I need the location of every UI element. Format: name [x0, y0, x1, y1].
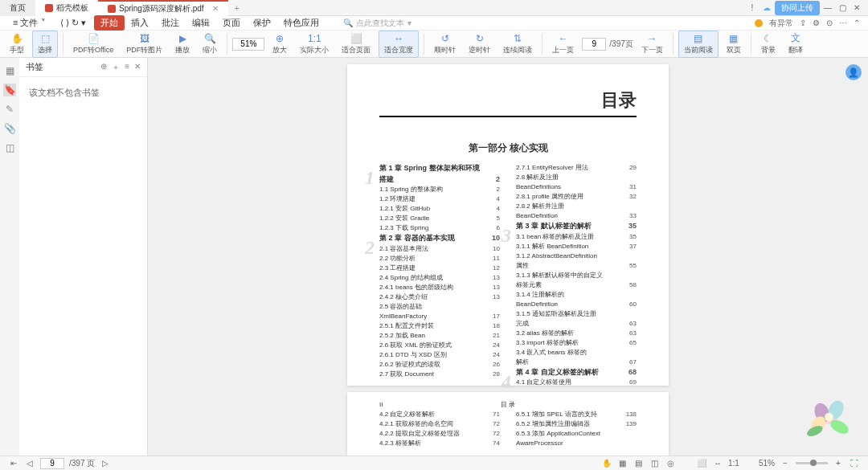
- toc-line: 2.4.1 beans 包的层级结构13: [379, 283, 500, 292]
- toc-text: 2.4.1 beans 包的层级结构: [379, 283, 493, 292]
- menu-file-dropdown[interactable]: ≡ 文件 ˅: [6, 15, 52, 31]
- search-box[interactable]: 🔍 点此查找文本 ▾: [343, 18, 411, 29]
- sb-fit2-icon[interactable]: ↔: [712, 458, 723, 469]
- sb-view2-icon[interactable]: ▤: [633, 458, 645, 469]
- toc-text: 3.4 嵌入式 beans 标签的: [516, 348, 637, 358]
- page-input[interactable]: [582, 38, 606, 51]
- menu-item-6[interactable]: 特色应用: [277, 15, 326, 31]
- hand-tool[interactable]: ✋手型: [5, 31, 29, 57]
- bm-expand-icon[interactable]: ⊕: [100, 62, 107, 73]
- maximize-button[interactable]: ▢: [836, 2, 849, 14]
- fit-width-tool[interactable]: ↔适合宽度: [379, 31, 419, 58]
- sb-nav-first-icon[interactable]: ⇤: [8, 458, 19, 469]
- sb-page-input[interactable]: [40, 458, 64, 469]
- share-icon[interactable]: ⇪: [800, 18, 806, 27]
- tab-template[interactable]: 稻壳模板: [35, 0, 98, 16]
- double-page-tool[interactable]: ▦双页: [722, 31, 746, 57]
- pdf-icon: [108, 5, 116, 13]
- toc-text: 第 1 章 Spring 整体架构和环境: [379, 163, 500, 174]
- prev-page-tool[interactable]: ←上一页: [547, 31, 579, 57]
- cloud-icon[interactable]: ☁: [760, 2, 773, 14]
- attachment-icon[interactable]: 📎: [3, 122, 16, 135]
- zoom-input[interactable]: [232, 38, 264, 51]
- background-tool[interactable]: ☾背景: [756, 31, 780, 57]
- sb-nav-prev-icon[interactable]: ◁: [24, 458, 35, 469]
- sb-nav-next-icon[interactable]: ▷: [100, 458, 111, 469]
- close-icon[interactable]: ✕: [212, 4, 219, 13]
- sb-target-icon[interactable]: ◎: [665, 458, 677, 469]
- sb-hand-icon[interactable]: ✋: [601, 458, 612, 469]
- reading-mode-tool[interactable]: ▤当前阅读: [678, 31, 719, 58]
- more-icon[interactable]: ⋯: [839, 18, 847, 27]
- toc-text: 1.2.1 安装 GitHub: [379, 204, 497, 214]
- bm-add-icon[interactable]: ＋: [112, 62, 120, 73]
- sb-zoom-in-icon[interactable]: +: [833, 458, 844, 469]
- notification-icon[interactable]: !: [746, 2, 759, 14]
- layers-icon[interactable]: ◫: [3, 141, 16, 154]
- toc-line: AwareProcessor: [516, 439, 637, 448]
- add-tab-button[interactable]: +: [228, 3, 246, 13]
- translate-tool[interactable]: 文翻译: [784, 31, 808, 57]
- play-tool[interactable]: ▶播放: [170, 31, 194, 57]
- menu-item-3[interactable]: 编辑: [186, 15, 216, 31]
- status-text[interactable]: 有异常: [769, 18, 793, 29]
- collapse-icon[interactable]: ⌃: [854, 18, 860, 27]
- document-area[interactable]: 👤 目录 第一部分 核心实现 1第 1 章 Spring 整体架构和环境 搭建2…: [148, 58, 868, 456]
- toc-line: 2.5.1 配置文件封装18: [379, 321, 500, 331]
- toc-line: 解析67: [516, 358, 637, 367]
- sb-view1-icon[interactable]: ▦: [617, 458, 628, 469]
- rotate-ccw-tool[interactable]: ↺顺时针: [429, 31, 461, 57]
- toc-page: 65: [629, 338, 637, 348]
- actual-size-tool[interactable]: 1:1实际大小: [295, 31, 334, 57]
- document-page-1: 目录 第一部分 核心实现 1第 1 章 Spring 整体架构和环境 搭建21.…: [347, 64, 669, 386]
- user-avatar[interactable]: 👤: [845, 64, 862, 80]
- toc-line: 4.2 自定义标签解析71: [379, 410, 500, 419]
- help-icon[interactable]: ⊙: [826, 18, 833, 27]
- next-page-tool[interactable]: →下一页: [637, 31, 668, 57]
- toc-line: 2.7.1 EntityResolver 用法29: [516, 163, 637, 173]
- menu-ribbon-toggles[interactable]: ⟨ ⟩ ↻ ▾: [54, 16, 92, 30]
- zoom-in-tool[interactable]: ⊕放大: [268, 31, 292, 57]
- sb-zoom-out-icon[interactable]: −: [780, 458, 791, 469]
- rotate-cw-tool[interactable]: ↻逆时针: [464, 31, 495, 57]
- actual-icon: 1:1: [309, 33, 320, 44]
- menu-item-5[interactable]: 保护: [247, 15, 277, 31]
- sb-fullscreen-icon[interactable]: ⛶: [849, 458, 860, 469]
- page2-number: II: [379, 400, 411, 410]
- pdf-to-office-tool[interactable]: 📄PDF转Office: [68, 31, 118, 57]
- menu-item-1[interactable]: 插入: [125, 15, 155, 31]
- fit-page-tool[interactable]: ⬜适合页面: [337, 31, 375, 57]
- menu-item-2[interactable]: 批注: [155, 15, 186, 31]
- toc-line: 2.8 解析及注册: [516, 173, 637, 182]
- toc-text: 2.5.1 配置文件封装: [379, 321, 493, 331]
- settings-icon[interactable]: ⚙: [813, 18, 820, 27]
- sb-zoom-slider[interactable]: [796, 462, 828, 464]
- toc-text: 完成: [516, 319, 629, 329]
- upload-pill[interactable]: 协同上传: [775, 1, 820, 15]
- menu-item-0[interactable]: 开始: [94, 15, 125, 31]
- toc-text: 6.5.3 添加 ApplicationContext: [516, 429, 637, 439]
- sb-fit3-icon[interactable]: 1:1: [728, 458, 739, 469]
- select-tool[interactable]: ⬚选择: [32, 31, 58, 58]
- svg-point-6: [805, 423, 824, 438]
- sb-view3-icon[interactable]: ◫: [649, 458, 661, 469]
- menu-item-4[interactable]: 页面: [216, 15, 247, 31]
- bm-close-icon[interactable]: ✕: [134, 62, 141, 73]
- bm-menu-icon[interactable]: ≡: [125, 62, 129, 73]
- continuous-tool[interactable]: ⇅连续阅读: [498, 31, 537, 57]
- toc-line: 3.1.3 解析默认标签中的自定义: [516, 271, 637, 280]
- page2-title: 目 录: [411, 400, 604, 410]
- bookmark-icon[interactable]: 🔖: [3, 84, 16, 96]
- zoom-out-tool[interactable]: 🔍缩小: [198, 31, 222, 57]
- close-window-button[interactable]: ✕: [850, 2, 863, 14]
- toc-page: 63: [629, 319, 637, 329]
- sb-fit1-icon[interactable]: ⬜: [696, 458, 707, 469]
- comment-icon[interactable]: ✎: [3, 103, 16, 116]
- minimize-button[interactable]: —: [821, 2, 834, 14]
- toc-line: 1.2.2 安装 Gradle5: [379, 214, 500, 223]
- thumbnail-icon[interactable]: ▦: [3, 64, 16, 77]
- toc-line: 2第 2 章 容器的基本实现10: [379, 233, 500, 244]
- pdf-to-image-tool[interactable]: 🖼PDF转图片: [121, 31, 167, 57]
- tab-active-document[interactable]: Spring源码深度解析.pdf✕: [98, 0, 228, 16]
- tab-home[interactable]: 首页: [0, 0, 35, 16]
